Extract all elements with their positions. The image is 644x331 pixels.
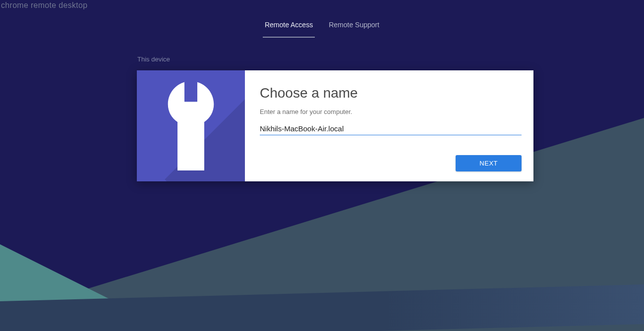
card-title: Choose a name [260,85,522,101]
card-actions: NEXT [260,146,522,171]
next-button[interactable]: NEXT [456,155,522,171]
wrench-icon [159,81,223,170]
svg-rect-0 [184,81,197,102]
section-label-this-device: This device [137,55,170,63]
card-content: Choose a name Enter a name for your comp… [245,70,533,181]
tab-remote-support[interactable]: Remote Support [327,17,381,38]
computer-name-input[interactable] [260,122,522,135]
setup-card: Choose a name Enter a name for your comp… [137,70,533,181]
card-subtitle: Enter a name for your computer. [260,108,522,115]
tab-remote-access[interactable]: Remote Access [263,17,315,38]
tab-bar: Remote Access Remote Support [0,0,644,38]
card-illustration-panel [137,70,245,181]
app-title: chrome remote desktop [1,1,87,10]
